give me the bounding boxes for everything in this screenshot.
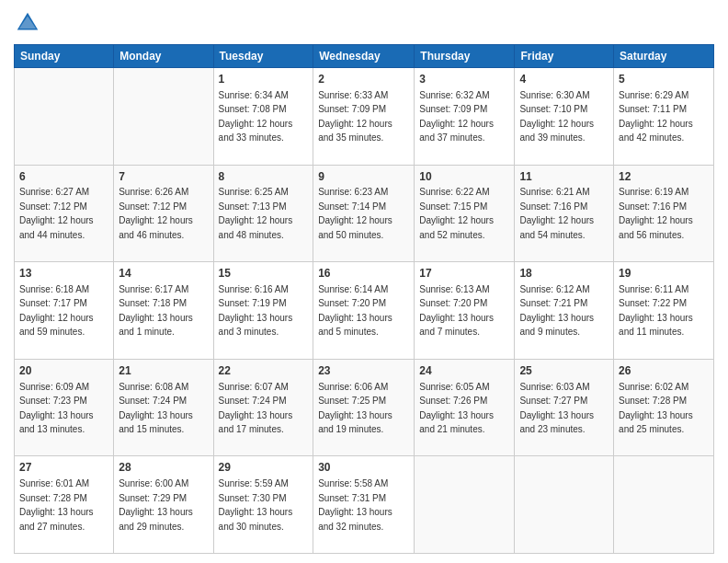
calendar-cell: 21Sunrise: 6:08 AM Sunset: 7:24 PM Dayli… [114, 359, 213, 456]
day-number: 15 [219, 266, 309, 282]
header [14, 9, 714, 37]
calendar-cell: 8Sunrise: 6:25 AM Sunset: 7:13 PM Daylig… [213, 165, 313, 262]
calendar-week-row: 20Sunrise: 6:09 AM Sunset: 7:23 PM Dayli… [15, 359, 714, 456]
day-info: Sunrise: 6:17 AM Sunset: 7:18 PM Dayligh… [119, 284, 193, 338]
day-number: 20 [19, 363, 108, 379]
day-number: 14 [119, 266, 208, 282]
calendar-cell: 15Sunrise: 6:16 AM Sunset: 7:19 PM Dayli… [213, 262, 313, 360]
calendar-cell: 20Sunrise: 6:09 AM Sunset: 7:23 PM Dayli… [15, 359, 114, 456]
calendar-cell: 12Sunrise: 6:19 AM Sunset: 7:16 PM Dayli… [614, 165, 714, 262]
day-info: Sunrise: 6:11 AM Sunset: 7:22 PM Dayligh… [619, 284, 693, 338]
day-info: Sunrise: 5:59 AM Sunset: 7:30 PM Dayligh… [219, 478, 293, 532]
day-info: Sunrise: 6:16 AM Sunset: 7:19 PM Dayligh… [219, 284, 293, 338]
calendar-header: SundayMondayTuesdayWednesdayThursdayFrid… [15, 45, 714, 68]
day-number: 18 [519, 266, 609, 282]
day-number: 2 [318, 72, 409, 87]
day-number: 7 [119, 169, 208, 185]
calendar-week-row: 6Sunrise: 6:27 AM Sunset: 7:12 PM Daylig… [15, 165, 714, 262]
calendar-week-row: 13Sunrise: 6:18 AM Sunset: 7:17 PM Dayli… [15, 262, 714, 360]
calendar-cell: 24Sunrise: 6:05 AM Sunset: 7:26 PM Dayli… [415, 359, 515, 456]
day-info: Sunrise: 6:29 AM Sunset: 7:11 PM Dayligh… [619, 90, 693, 144]
day-number: 1 [219, 72, 309, 87]
day-number: 12 [619, 169, 709, 185]
day-number: 25 [519, 363, 609, 379]
calendar-cell: 10Sunrise: 6:22 AM Sunset: 7:15 PM Dayli… [415, 165, 515, 262]
day-number: 22 [219, 363, 309, 379]
logo [14, 9, 45, 37]
calendar-cell: 17Sunrise: 6:13 AM Sunset: 7:20 PM Dayli… [415, 262, 515, 360]
weekday-row: SundayMondayTuesdayWednesdayThursdayFrid… [15, 45, 714, 68]
day-info: Sunrise: 6:22 AM Sunset: 7:15 PM Dayligh… [419, 187, 494, 240]
day-info: Sunrise: 6:00 AM Sunset: 7:29 PM Dayligh… [119, 478, 193, 532]
day-info: Sunrise: 6:14 AM Sunset: 7:20 PM Dayligh… [318, 284, 392, 338]
calendar-cell: 6Sunrise: 6:27 AM Sunset: 7:12 PM Daylig… [15, 165, 114, 262]
day-number: 24 [419, 363, 509, 379]
day-info: Sunrise: 6:27 AM Sunset: 7:12 PM Dayligh… [19, 187, 94, 240]
day-info: Sunrise: 6:12 AM Sunset: 7:21 PM Dayligh… [519, 284, 594, 338]
day-number: 26 [619, 363, 709, 379]
calendar-cell: 25Sunrise: 6:03 AM Sunset: 7:27 PM Dayli… [515, 359, 614, 456]
day-info: Sunrise: 6:33 AM Sunset: 7:09 PM Dayligh… [318, 90, 392, 144]
calendar-cell: 11Sunrise: 6:21 AM Sunset: 7:16 PM Dayli… [515, 165, 614, 262]
calendar-cell: 2Sunrise: 6:33 AM Sunset: 7:09 PM Daylig… [313, 68, 415, 166]
day-info: Sunrise: 6:13 AM Sunset: 7:20 PM Dayligh… [419, 284, 494, 338]
calendar-cell [614, 456, 714, 554]
calendar-cell: 26Sunrise: 6:02 AM Sunset: 7:28 PM Dayli… [614, 359, 714, 456]
logo-icon [14, 9, 41, 37]
calendar-cell: 4Sunrise: 6:30 AM Sunset: 7:10 PM Daylig… [515, 68, 614, 166]
weekday-header: Friday [515, 45, 614, 68]
day-number: 16 [318, 266, 409, 282]
day-info: Sunrise: 6:25 AM Sunset: 7:13 PM Dayligh… [219, 187, 293, 240]
day-info: Sunrise: 5:58 AM Sunset: 7:31 PM Dayligh… [318, 478, 392, 532]
day-number: 27 [19, 460, 108, 476]
calendar-body: 1Sunrise: 6:34 AM Sunset: 7:08 PM Daylig… [15, 68, 714, 554]
calendar-cell: 5Sunrise: 6:29 AM Sunset: 7:11 PM Daylig… [614, 68, 714, 166]
day-info: Sunrise: 6:02 AM Sunset: 7:28 PM Dayligh… [619, 382, 693, 435]
calendar-week-row: 27Sunrise: 6:01 AM Sunset: 7:28 PM Dayli… [15, 456, 714, 554]
calendar-cell [114, 68, 213, 166]
day-number: 4 [519, 72, 609, 87]
calendar-cell: 16Sunrise: 6:14 AM Sunset: 7:20 PM Dayli… [313, 262, 415, 360]
calendar-cell: 29Sunrise: 5:59 AM Sunset: 7:30 PM Dayli… [213, 456, 313, 554]
day-number: 8 [219, 169, 309, 185]
calendar-cell: 3Sunrise: 6:32 AM Sunset: 7:09 PM Daylig… [415, 68, 515, 166]
day-number: 6 [19, 169, 108, 185]
day-info: Sunrise: 6:01 AM Sunset: 7:28 PM Dayligh… [19, 478, 94, 532]
day-info: Sunrise: 6:18 AM Sunset: 7:17 PM Dayligh… [19, 284, 94, 338]
weekday-header: Wednesday [313, 45, 415, 68]
day-info: Sunrise: 6:30 AM Sunset: 7:10 PM Dayligh… [519, 90, 594, 144]
calendar-cell: 30Sunrise: 5:58 AM Sunset: 7:31 PM Dayli… [313, 456, 415, 554]
weekday-header: Monday [114, 45, 213, 68]
day-number: 10 [419, 169, 509, 185]
calendar-cell: 18Sunrise: 6:12 AM Sunset: 7:21 PM Dayli… [515, 262, 614, 360]
day-number: 3 [419, 72, 509, 87]
calendar-cell: 9Sunrise: 6:23 AM Sunset: 7:14 PM Daylig… [313, 165, 415, 262]
page: SundayMondayTuesdayWednesdayThursdayFrid… [0, 0, 728, 563]
calendar-cell [415, 456, 515, 554]
day-info: Sunrise: 6:32 AM Sunset: 7:09 PM Dayligh… [419, 90, 494, 144]
calendar-cell: 7Sunrise: 6:26 AM Sunset: 7:12 PM Daylig… [114, 165, 213, 262]
calendar-cell: 1Sunrise: 6:34 AM Sunset: 7:08 PM Daylig… [213, 68, 313, 166]
day-info: Sunrise: 6:06 AM Sunset: 7:25 PM Dayligh… [318, 382, 392, 435]
weekday-header: Saturday [614, 45, 714, 68]
calendar-cell [15, 68, 114, 166]
calendar-cell: 27Sunrise: 6:01 AM Sunset: 7:28 PM Dayli… [15, 456, 114, 554]
calendar-cell: 23Sunrise: 6:06 AM Sunset: 7:25 PM Dayli… [313, 359, 415, 456]
day-info: Sunrise: 6:09 AM Sunset: 7:23 PM Dayligh… [19, 382, 94, 435]
calendar-table: SundayMondayTuesdayWednesdayThursdayFrid… [14, 44, 714, 554]
day-number: 28 [119, 460, 208, 476]
calendar-cell: 19Sunrise: 6:11 AM Sunset: 7:22 PM Dayli… [614, 262, 714, 360]
day-number: 13 [19, 266, 108, 282]
day-info: Sunrise: 6:07 AM Sunset: 7:24 PM Dayligh… [219, 382, 293, 435]
day-number: 17 [419, 266, 509, 282]
weekday-header: Sunday [15, 45, 114, 68]
calendar-week-row: 1Sunrise: 6:34 AM Sunset: 7:08 PM Daylig… [15, 68, 714, 166]
day-number: 29 [219, 460, 309, 476]
day-number: 23 [318, 363, 409, 379]
day-number: 19 [619, 266, 709, 282]
calendar-cell: 14Sunrise: 6:17 AM Sunset: 7:18 PM Dayli… [114, 262, 213, 360]
day-number: 9 [318, 169, 409, 185]
calendar-cell: 28Sunrise: 6:00 AM Sunset: 7:29 PM Dayli… [114, 456, 213, 554]
day-info: Sunrise: 6:05 AM Sunset: 7:26 PM Dayligh… [419, 382, 494, 435]
day-info: Sunrise: 6:34 AM Sunset: 7:08 PM Dayligh… [219, 90, 293, 144]
